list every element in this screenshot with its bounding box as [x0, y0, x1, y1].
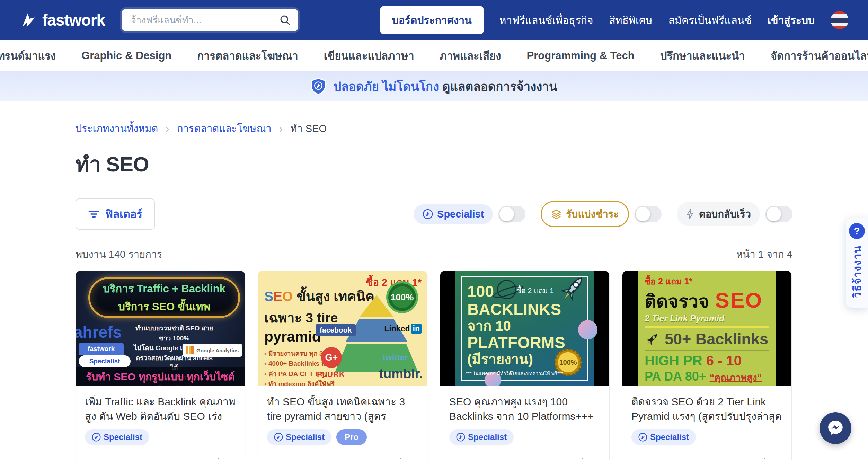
specialist-badge-icon [423, 209, 433, 219]
cat-writing-translation[interactable]: เขียนและแปลภาษา [324, 47, 414, 64]
shield-icon [311, 78, 326, 95]
breadcrumb-marketing[interactable]: การตลาดและโฆษณา [177, 121, 272, 136]
safety-banner-text: ปลอดภัย ไม่โดนโกง ดูแลตลอดการจ้างงาน [334, 77, 557, 96]
installment-toggle[interactable] [635, 206, 662, 222]
fast-reply-toggle[interactable] [765, 206, 792, 222]
service-card-4[interactable]: ซื้อ 2 แถม 1* ติดจรวจ SEO 2 Tier Link Py… [622, 271, 792, 460]
fastwork-tag: fastwork [79, 343, 124, 355]
cat-marketing[interactable]: การตลาดและโฆษณา [197, 47, 298, 64]
ahrefs-logo: ahrefs [76, 323, 122, 342]
service-card-3[interactable]: ซื้อ 2 แถม 1 100 BACKLINKS จาก 10 PLATFO… [440, 271, 610, 460]
search-box [122, 9, 298, 31]
specialist-badge-icon [638, 433, 647, 442]
google-analytics-logo: Google Analytics [183, 344, 242, 357]
facebook-logo: facebook [316, 324, 356, 336]
fastwork-logo[interactable]: fastwork [19, 11, 105, 29]
results-count: พบงาน 140 รายการ [76, 246, 162, 262]
price-block: เริ่มต้น ฿900 [755, 457, 782, 460]
cat-online-store[interactable]: จัดการร้านค้าออนไลน์ [771, 47, 868, 64]
help-icon[interactable]: ? [849, 223, 865, 239]
nav-become-freelancer[interactable]: สมัครเป็นฟรีแลนซ์ [668, 12, 752, 28]
service-thumbnail: ซื้อ 2 แถม 1* ติดจรวจ SEO 2 Tier Link Py… [622, 271, 791, 386]
page-title: ทำ SEO [76, 148, 792, 180]
specialist-filter-group: Specialist [414, 204, 525, 224]
price-block: เริ่มต้น ฿1,600 [199, 457, 236, 460]
installment-filter-pill[interactable]: รับแบ่งชำระ [541, 201, 629, 227]
fastwork-logo-icon [19, 11, 37, 29]
how-to-hire-label: วิธีจ้างงาน [849, 245, 865, 298]
fast-reply-filter-group: ตอบกลับเร็ว [677, 202, 792, 226]
pro-badge: Pro [336, 429, 367, 445]
search-input[interactable] [122, 9, 298, 31]
nav-find-freelancer[interactable]: หาฟรีแลนซ์เพื่อธุรกิจ [499, 12, 593, 28]
specialist-badge: Specialist [267, 429, 331, 445]
lightning-icon [686, 209, 695, 219]
service-thumbnail: ซื้อ 2 แถม 1 100 BACKLINKS จาก 10 PLATFO… [440, 271, 609, 386]
service-title: เพิ่ม Traffic และ Backlink คุณภาพสูง ดัน… [85, 395, 236, 424]
service-thumbnail: ซื้อ 2 แถม 1* SEO ขั้นสูง เทคนิค เฉพาะ 3… [258, 271, 427, 386]
specialist-badge-icon [456, 433, 465, 442]
chevron-right-icon: › [166, 122, 169, 135]
safety-banner: ปลอดภัย ไม่โดนโกง ดูแลตลอดการจ้างงาน [0, 71, 868, 101]
price-block: เริ่มต้น ฿4,500 [381, 457, 418, 460]
cat-media[interactable]: ภาพและเสียง [440, 47, 501, 64]
pyramid-graphic: 100% facebook Linkedin G+ twitter PLURK … [335, 295, 418, 375]
service-thumbnail: บริการ Traffic + Backlink บริการ SEO ขั้… [76, 271, 245, 386]
price-block: เริ่มต้น ฿3,500 [564, 457, 600, 460]
specialist-badge-icon [274, 433, 283, 442]
header-nav: บอร์ดประกาศงาน หาฟรีแลนซ์เพื่อธุรกิจ สิท… [380, 6, 849, 34]
filter-button[interactable]: ฟิลเตอร์ [76, 198, 155, 230]
thai-flag-icon[interactable] [831, 11, 849, 29]
specialist-badge: Specialist [631, 429, 696, 445]
brand-name: fastwork [42, 11, 105, 29]
specialist-filter-pill[interactable]: Specialist [414, 204, 493, 224]
top-header: fastwork บอร์ดประกาศงาน หาฟรีแลนซ์เพื่อธ… [0, 0, 868, 40]
specialist-toggle[interactable] [498, 206, 525, 222]
quick-filters: Specialist รับแบ่งชำระ [414, 201, 792, 227]
service-card-2[interactable]: ซื้อ 2 แถม 1* SEO ขั้นสูง เทคนิค เฉพาะ 3… [258, 271, 427, 460]
twitter-logo: twitter [383, 353, 408, 362]
googleplus-logo: G+ [321, 347, 342, 368]
messenger-icon [826, 419, 844, 437]
specialist-badge-icon [92, 433, 101, 442]
fast-reply-filter-pill[interactable]: ตอบกลับเร็ว [677, 202, 760, 226]
how-to-hire-tab[interactable]: ? วิธีจ้างงาน [846, 218, 868, 308]
nav-login[interactable]: เข้าสู่ระบบ [768, 12, 815, 28]
service-title: SEO คุณภาพสูง แรงๆ 100 Backlinks จาก 10 … [449, 395, 600, 424]
service-card-1[interactable]: บริการ Traffic + Backlink บริการ SEO ขั้… [76, 271, 245, 460]
plurk-logo: PLURK [317, 370, 345, 379]
filter-row: ฟิลเตอร์ Specialist [76, 198, 792, 230]
cat-programming-tech[interactable]: Programming & Tech [527, 50, 635, 62]
main-content: ประเภทงานทั้งหมด › การตลาดและโฆษณา › ทำ … [76, 121, 792, 460]
service-grid: บริการ Traffic + Backlink บริการ SEO ขั้… [76, 271, 792, 460]
promo-text: ซื้อ 2 แถม 1* [645, 274, 769, 288]
category-nav: เทรนด์มาแรง Graphic & Design การตลาดและโ… [0, 40, 868, 71]
breadcrumb: ประเภทงานทั้งหมด › การตลาดและโฆษณา › ทำ … [76, 121, 792, 136]
search-icon[interactable] [279, 14, 291, 26]
filter-button-label: ฟิลเตอร์ [105, 205, 142, 223]
filter-icon [88, 209, 100, 219]
rocket-icon [641, 328, 663, 350]
specialist-tag: Specialist [79, 355, 131, 367]
nav-privileges[interactable]: สิทธิพิเศษ [609, 12, 653, 28]
results-row: พบงาน 140 รายการ หน้า 1 จาก 4 [76, 246, 792, 262]
breadcrumb-all-categories[interactable]: ประเภทงานทั้งหมด [76, 121, 158, 136]
specialist-badge: Specialist [449, 429, 514, 445]
tumblr-logo: tumblr. [379, 366, 423, 381]
nav-job-board[interactable]: บอร์ดประกาศงาน [380, 6, 484, 34]
service-title: ทำ SEO ขั้นสูง เทคนิคเฉพาะ 3 tire pyrami… [267, 395, 418, 424]
chevron-right-icon: › [279, 122, 283, 135]
specialist-badge: Specialist [85, 429, 149, 445]
installment-filter-group: รับแบ่งชำระ [541, 201, 661, 227]
page-indicator: หน้า 1 จาก 4 [736, 246, 793, 262]
cat-graphic-design[interactable]: Graphic & Design [81, 50, 171, 62]
messenger-chat-button[interactable] [820, 412, 851, 444]
layers-icon [551, 209, 562, 220]
linkedin-logo: Linkedin [384, 324, 422, 334]
cat-consulting[interactable]: ปรึกษาและแนะนำ [660, 47, 745, 64]
cat-trending[interactable]: เทรนด์มาแรง [0, 47, 56, 64]
service-title: ติดจรวจ SEO ด้วย 2 Tier Link Pyramid แรง… [631, 395, 782, 424]
breadcrumb-current: ทำ SEO [290, 121, 327, 136]
